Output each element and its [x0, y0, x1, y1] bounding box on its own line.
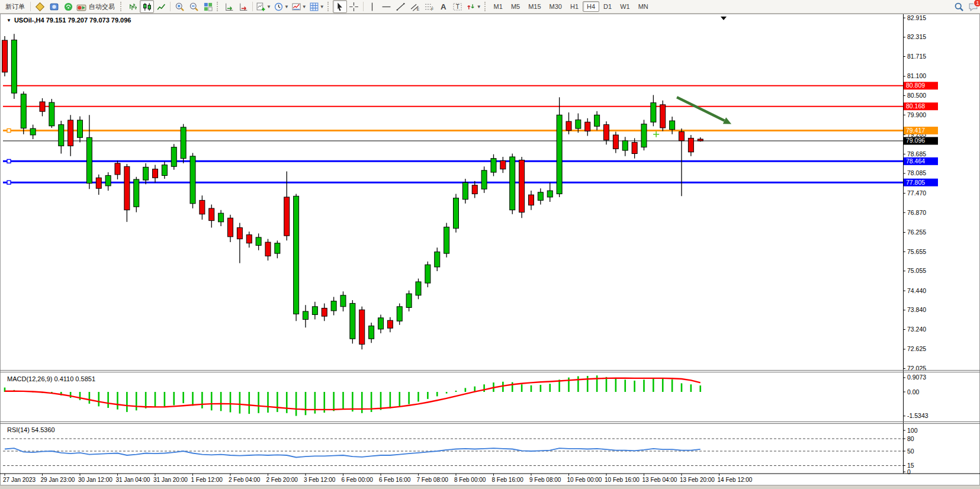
crosshair-button[interactable]	[347, 0, 361, 13]
candle-chart-button[interactable]	[140, 0, 154, 13]
zoom-out-button[interactable]	[187, 0, 201, 13]
autotrading-button[interactable]: 自动交易	[75, 0, 118, 13]
svg-text:29 Jan 23:00: 29 Jan 23:00	[41, 477, 75, 483]
timeframe-m15[interactable]: M15	[524, 1, 545, 12]
clock-icon	[274, 2, 284, 12]
svg-text:79.900: 79.900	[907, 111, 926, 118]
zoom-in-icon	[175, 2, 185, 12]
svg-text:T: T	[456, 4, 460, 10]
symbol-dropdown-icon[interactable]: ▼	[7, 18, 11, 23]
fibo-icon: F	[424, 2, 434, 12]
candle-chart-icon	[142, 2, 152, 12]
toolbar-grip[interactable]	[120, 2, 123, 11]
svg-text:80.809: 80.809	[906, 82, 925, 89]
channel-icon: E	[410, 2, 420, 12]
channel-button[interactable]: E	[408, 0, 422, 13]
timeframe-m1[interactable]: M1	[490, 1, 507, 12]
auto-scroll-button[interactable]	[222, 0, 236, 13]
toolbar-separator	[170, 2, 171, 11]
svg-text:13 Feb 04:00: 13 Feb 04:00	[642, 477, 677, 483]
market-watch-button[interactable]	[33, 0, 47, 13]
navigator-button[interactable]	[47, 0, 61, 13]
support-line-upper-handle[interactable]	[7, 159, 11, 163]
new-order-button[interactable]: 新订单	[2, 0, 28, 13]
svg-text:A: A	[441, 2, 446, 11]
toolbar-separator	[252, 2, 253, 11]
svg-text:78.085: 78.085	[907, 169, 926, 176]
templates-dropdown[interactable]: ▼	[290, 0, 308, 13]
svg-text:2 Feb 20:00: 2 Feb 20:00	[266, 477, 298, 483]
bar-chart-button[interactable]	[126, 0, 140, 13]
toolbar-separator	[363, 2, 364, 11]
price-badge: 79.096	[904, 137, 938, 144]
svg-text:72.625: 72.625	[907, 345, 926, 352]
svg-text:100: 100	[907, 427, 918, 434]
textA-icon: A	[438, 2, 448, 12]
toolbar-grip[interactable]	[327, 2, 330, 11]
toolbar: 新订单自动交易▼▼▼▼EFAT▼M1M5M15M30H1H4D1W1MN1	[0, 0, 980, 14]
svg-text:78.464: 78.464	[906, 157, 925, 165]
svg-text:82.915: 82.915	[907, 14, 926, 21]
text-button[interactable]: A	[436, 0, 451, 13]
svg-text:10 Feb 00:00: 10 Feb 00:00	[567, 477, 602, 483]
svg-text:80.168: 80.168	[906, 102, 925, 110]
rsi-label: RSI(14) 54.5360	[7, 426, 55, 433]
timeframe-h1[interactable]: H1	[566, 1, 583, 12]
svg-text:-1.5343: -1.5343	[907, 412, 928, 419]
zoom-in-button[interactable]	[172, 0, 187, 13]
timeframe-w1[interactable]: W1	[616, 1, 634, 12]
svg-text:77.470: 77.470	[907, 189, 926, 197]
timeframe-m5[interactable]: M5	[507, 1, 524, 12]
cursor-button[interactable]	[333, 0, 347, 13]
symbol-info: ▼USOil-,H4 79.151 79.207 79.073 79.096	[7, 17, 131, 24]
tile-windows-button[interactable]	[201, 0, 215, 13]
signals-button[interactable]	[61, 0, 75, 13]
svg-text:80: 80	[907, 435, 914, 442]
vline-button[interactable]	[365, 0, 380, 13]
crosshair-icon	[349, 2, 359, 12]
zoom-out-icon	[189, 2, 199, 12]
svg-text:10 Feb 16:00: 10 Feb 16:00	[605, 477, 640, 483]
new-chart-icon	[256, 2, 266, 12]
hline-icon	[381, 2, 391, 12]
support-line-lower-handle[interactable]	[7, 181, 11, 184]
notifications-button[interactable]: 1	[966, 0, 980, 13]
new-chart-dropdown[interactable]: ▼	[255, 0, 272, 13]
svg-text:81.100: 81.100	[907, 72, 926, 79]
grid-icon	[309, 2, 319, 12]
svg-text:8 Feb 00:00: 8 Feb 00:00	[454, 477, 486, 483]
line-chart-icon	[156, 2, 166, 12]
label-button[interactable]: T	[451, 0, 465, 13]
periods-dropdown[interactable]: ▼	[308, 0, 326, 13]
dropdown-arrow-icon: ▼	[284, 4, 289, 9]
toolbar-grip[interactable]	[484, 2, 487, 11]
signals-icon	[63, 2, 73, 12]
template-icon	[291, 2, 301, 12]
pivot-line-orange-handle[interactable]	[7, 129, 11, 133]
timeframe-h4[interactable]: H4	[583, 1, 599, 12]
symbol-ohlc-text: USOil-,H4 79.151 79.207 79.073 79.096	[14, 17, 131, 24]
timeframe-mn[interactable]: MN	[634, 1, 653, 12]
hline-button[interactable]	[380, 0, 394, 13]
search-button[interactable]	[952, 0, 966, 13]
arrows-icon	[466, 2, 476, 12]
line-chart-button[interactable]	[154, 0, 168, 13]
dropdown-arrow-icon: ▼	[266, 4, 271, 9]
navigator-icon	[49, 2, 59, 12]
fibonacci-button[interactable]: F	[422, 0, 436, 13]
notification-badge: 1	[973, 0, 980, 7]
svg-text:72.025: 72.025	[907, 365, 926, 372]
timeframe-d1[interactable]: D1	[599, 1, 616, 12]
chart-shift-button[interactable]	[236, 0, 250, 13]
timeframe-m30[interactable]: M30	[545, 1, 566, 12]
svg-text:6 Feb 00:00: 6 Feb 00:00	[342, 477, 374, 483]
svg-text:0.00: 0.00	[907, 388, 920, 395]
toolbar-grip[interactable]	[217, 2, 220, 11]
profiles-dropdown[interactable]: ▼	[272, 0, 290, 13]
svg-text:13 Feb 20:00: 13 Feb 20:00	[680, 477, 715, 483]
svg-text:9 Feb 08:00: 9 Feb 08:00	[529, 477, 561, 483]
svg-text:74.440: 74.440	[907, 287, 926, 294]
trendline-button[interactable]	[394, 0, 408, 13]
arrows-dropdown[interactable]: ▼	[465, 0, 483, 13]
bottom-strip	[0, 485, 980, 489]
